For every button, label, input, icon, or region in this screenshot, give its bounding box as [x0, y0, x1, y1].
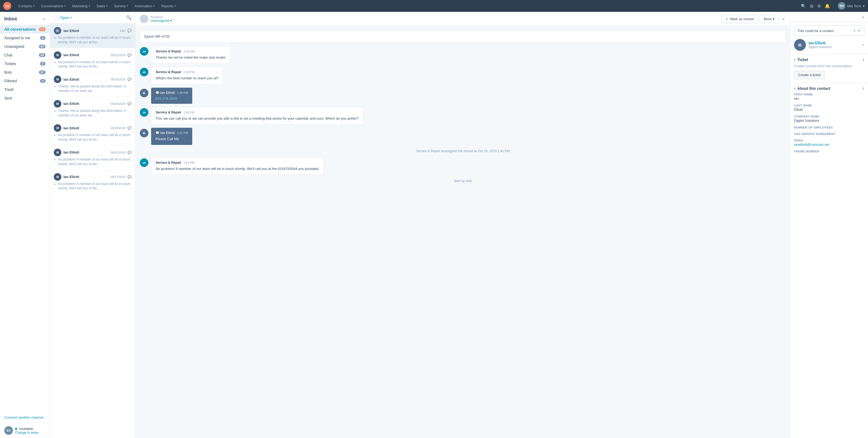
- last-name-value: Elliott: [794, 107, 864, 112]
- message-bubble: Epson WF-4720: [140, 30, 786, 43]
- sidebar-item-tickets[interactable]: Tickets 0: [0, 59, 50, 68]
- service-agreement-label: Has Service Agreement: [794, 132, 864, 135]
- sidebar-item-bots-badge: 57: [39, 70, 45, 74]
- mark-closed-label: Mark as closed: [730, 17, 753, 21]
- hubspot-logo[interactable]: hs: [3, 2, 11, 10]
- conv-avatar: M: [54, 173, 61, 181]
- nav-contacts[interactable]: Contacts ▾: [16, 2, 37, 10]
- bot-avatar: SR: [140, 68, 149, 76]
- change-status-link[interactable]: Change to away: [15, 431, 38, 435]
- email-value[interactable]: ianelliott@comcast.net: [794, 143, 864, 147]
- system-message: Service & Repair reassigned this thread …: [140, 148, 786, 154]
- company-name-value: Digitol Solutions: [794, 119, 864, 123]
- user-menu-caret: ▾: [863, 4, 865, 8]
- settings-icon[interactable]: ⚙: [817, 3, 821, 9]
- conv-preview-text: No problem! A member of our team will be…: [58, 157, 131, 166]
- conv-search-btn[interactable]: 🔍: [126, 15, 131, 20]
- nav-conversations[interactable]: Conversations ▾: [38, 2, 68, 10]
- about-section-body: First name Ian Last name Elliott Company…: [790, 93, 868, 160]
- sidebar-item-chat-badge: 64: [39, 53, 45, 57]
- expand-panel-btn[interactable]: »: [781, 15, 786, 23]
- contact-card: IE Ian Elliott Digitol Solutions ↗: [790, 39, 868, 54]
- about-section-header[interactable]: ▾ About this contact ℹ: [790, 83, 868, 93]
- select-all-checkbox[interactable]: [54, 15, 58, 20]
- sidebar-item-all-conversations[interactable]: All conversations 64: [0, 25, 50, 34]
- search-icon[interactable]: 🔍: [801, 3, 806, 9]
- ticket-info-icon[interactable]: ℹ: [863, 58, 864, 62]
- message-content: 💬 Ian Elliott 1:41 PM Please Call Me: [151, 128, 192, 145]
- connect-channel-link[interactable]: Connect another channel: [0, 412, 50, 423]
- user-menu[interactable]: BS Mid Tenn ▾: [838, 2, 865, 10]
- sidebar-item-bots[interactable]: Bots 57: [0, 68, 50, 76]
- nav-sales[interactable]: Sales ▾: [94, 2, 111, 10]
- filter-open-btn[interactable]: Open ▾: [60, 15, 72, 20]
- contact-banner-info-icon[interactable]: ℹ: [854, 29, 855, 33]
- last-name-label: Last name: [794, 104, 864, 107]
- ticket-section-chevron: ▾: [794, 58, 796, 62]
- contact-banner-close-btn[interactable]: ✕: [858, 29, 861, 33]
- nav-service[interactable]: Service ▾: [111, 2, 131, 10]
- conv-avatar: M: [54, 149, 61, 156]
- svg-text:SR: SR: [143, 162, 146, 164]
- mark-as-closed-btn[interactable]: ✓ Mark as closed: [721, 15, 757, 23]
- sidebar-item-bots-label: Bots: [4, 70, 39, 74]
- conv-name: Ian Elliott: [63, 175, 108, 179]
- user-avatar: IE: [140, 129, 149, 137]
- sidebar-item-all-label: All conversations: [4, 27, 39, 31]
- contact-banner: This could be a contact. ℹ ✕: [794, 26, 864, 36]
- conv-reply-arrow: ↩: [54, 36, 57, 40]
- message-phone-link[interactable]: 615-478-3544: [155, 96, 177, 100]
- notifications-icon[interactable]: 🔔: [825, 3, 830, 9]
- conv-avatar: M: [54, 124, 61, 132]
- conversation-item[interactable]: M Ian Elliott 09/01/2018 💬 ↩ No problem!…: [50, 146, 135, 170]
- assignee-name-btn[interactable]: Unassigned ▾: [151, 19, 172, 23]
- conv-chat-icon: 💬: [127, 126, 131, 130]
- message-row: IE 💬 Ian Elliott 1:41 PM Please Call Me: [140, 128, 786, 145]
- sidebar-item-filtered[interactable]: Filtered 0: [0, 76, 50, 85]
- conversation-item[interactable]: IE Ian Elliott 13m 💬 ↩ No problem! A mem…: [50, 24, 135, 48]
- conv-reply-arrow: ↩: [54, 182, 57, 186]
- nav-automation[interactable]: Automation ▾: [132, 2, 157, 10]
- message-row: IE 💬 Ian Elliott 1:40 PM 615-478-3544: [140, 88, 786, 104]
- field-first-name: First name Ian: [794, 93, 864, 100]
- conv-preview-text: No problem! A member of our team will be…: [58, 133, 131, 142]
- conv-reply-arrow: ↩: [54, 133, 57, 137]
- conversation-item[interactable]: M Ian Elliott 09/18/2018 💬 ↩ Thanks. We'…: [50, 72, 135, 97]
- message-content: Epson WF-4720: [140, 30, 786, 43]
- nav-reports[interactable]: Reports ▾: [158, 2, 179, 10]
- ticket-section-header[interactable]: ▾ Ticket ℹ: [790, 54, 868, 64]
- marketplace-icon[interactable]: ⊞: [810, 3, 813, 9]
- sidebar-item-unassigned[interactable]: Unassigned 64: [0, 42, 50, 51]
- sidebar: Inbox « All conversations 64 Assigned to…: [0, 12, 50, 438]
- chat-actions: ✓ Mark as closed More ▾ »: [721, 15, 786, 23]
- conv-reply-arrow: ↩: [54, 61, 57, 64]
- more-btn[interactable]: More ▾: [760, 15, 779, 23]
- message-row: SR Service & Repair 1:40 PM Thanks Ian w…: [140, 46, 786, 64]
- field-service-agreement: Has Service Agreement: [794, 132, 864, 135]
- conversation-item[interactable]: M Ian Elliott 09/22/2018 💬 ↩ No problem!…: [50, 48, 135, 72]
- panel-collapse-btn[interactable]: »: [862, 14, 864, 19]
- conversation-item[interactable]: M Ian Elliott 09/18/2018 💬 ↩ Thanks. We'…: [50, 97, 135, 121]
- sidebar-item-sent[interactable]: Sent: [0, 94, 50, 102]
- contact-banner-text: This could be a contact.: [798, 29, 852, 33]
- assignee-section: Assignee Unassigned ▾: [140, 14, 172, 23]
- message-time: 1:40 PM: [177, 91, 188, 94]
- conv-name: Ian Elliott: [63, 53, 108, 57]
- conversation-item[interactable]: M Ian Elliott 08/27/2018 💬 ↩ No problem!…: [50, 170, 135, 194]
- message-content: 💬 Ian Elliott 1:40 PM 615-478-3544: [151, 88, 192, 104]
- sidebar-item-trash[interactable]: Trash: [0, 85, 50, 94]
- message-row: SR Service & Repair 1:40 PM What's the b…: [140, 67, 786, 85]
- conversation-item[interactable]: M Ian Elliott 09/18/2018 💬 ↩ No problem!…: [50, 121, 135, 146]
- assignee-chevron-icon: ▾: [170, 19, 172, 23]
- create-ticket-btn[interactable]: Create a ticket: [794, 71, 825, 79]
- about-info-icon[interactable]: ℹ: [863, 87, 864, 90]
- sidebar-item-chat[interactable]: Chat 64: [0, 51, 50, 59]
- contact-company: Digitol Solutions: [809, 45, 859, 49]
- assignee-label: Assignee: [151, 15, 172, 19]
- contact-name[interactable]: Ian Elliott: [809, 41, 859, 45]
- message-row: SR Service & Repair 1:40 PM Thx, we can …: [140, 107, 786, 125]
- sidebar-collapse-btn[interactable]: «: [43, 17, 45, 22]
- sidebar-item-assigned-to-me[interactable]: Assigned to me 0: [0, 34, 50, 42]
- nav-marketing[interactable]: Marketing ▾: [69, 2, 93, 10]
- external-link-icon[interactable]: ↗: [861, 43, 864, 47]
